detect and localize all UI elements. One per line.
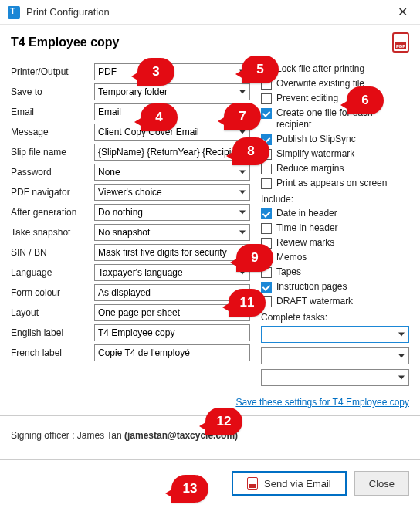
checkbox-date-header[interactable]: [261, 208, 272, 219]
callout-6: 6: [347, 86, 384, 114]
after-generation-select[interactable]: Do nothing: [94, 204, 250, 221]
language-select[interactable]: Taxpayer's language: [94, 264, 250, 281]
callout-9: 9: [236, 244, 273, 272]
label-memos: Memos: [276, 252, 307, 263]
close-button[interactable]: Close: [354, 471, 409, 496]
label-lock-file: Lock file after printing: [276, 63, 364, 75]
label-english-label: English label: [11, 327, 94, 338]
close-icon[interactable]: ✕: [393, 5, 412, 19]
label-after-generation: After generation: [11, 207, 94, 218]
save-to-select[interactable]: Temporary folder: [94, 83, 250, 100]
callout-3: 3: [137, 58, 174, 86]
app-icon: [8, 6, 20, 19]
checkbox-instruction-pages[interactable]: [261, 282, 272, 293]
include-title: Include:: [261, 194, 409, 205]
french-label-input[interactable]: Copie T4 de l'employé: [94, 344, 250, 361]
label-publish-slipsync: Publish to SlipSync: [276, 134, 356, 145]
label-printer-output: Printer/Output: [11, 66, 94, 77]
label-french-label: French label: [11, 347, 94, 358]
window-title: Print Configuration: [26, 6, 393, 18]
password-select[interactable]: None: [94, 164, 250, 181]
complete-task-select-2[interactable]: [261, 347, 409, 364]
label-sin-bn: SIN / BN: [11, 247, 94, 258]
label-message: Message: [11, 127, 94, 137]
checkbox-time-header[interactable]: [261, 223, 272, 234]
label-review-marks: Review marks: [276, 237, 334, 249]
callout-7: 7: [224, 103, 261, 130]
label-instruction-pages: Instruction pages: [276, 281, 347, 293]
take-snapshot-select[interactable]: No snapshot: [94, 224, 250, 241]
complete-tasks-title: Complete tasks:: [261, 312, 409, 323]
callout-12: 12: [205, 408, 242, 435]
pdf-navigator-select[interactable]: Viewer's choice: [94, 184, 250, 201]
label-layout: Layout: [11, 307, 94, 318]
complete-task-select-1[interactable]: [261, 326, 409, 343]
label-pdf-navigator: PDF navigator: [11, 187, 94, 198]
pdf-badge-icon: [392, 32, 409, 53]
checkbox-print-as-screen[interactable]: [261, 178, 272, 189]
divider-2: [0, 459, 420, 460]
checkbox-prevent-editing[interactable]: [261, 93, 272, 104]
label-language: Language: [11, 267, 94, 278]
label-save-to: Save to: [11, 86, 94, 97]
label-overwrite: Overwrite existing file: [276, 78, 364, 90]
checkbox-reduce-margins[interactable]: [261, 164, 272, 174]
form-colour-select[interactable]: As displayed: [94, 284, 250, 301]
label-date-header: Date in header: [276, 208, 337, 219]
complete-task-select-3[interactable]: [261, 369, 409, 386]
label-time-header: Time in header: [276, 222, 338, 234]
callout-5: 5: [242, 56, 279, 83]
label-form-colour: Form colour: [11, 287, 94, 298]
label-password: Password: [11, 167, 94, 178]
callout-13: 13: [171, 475, 208, 503]
checkbox-one-per-recipient[interactable]: [261, 108, 272, 119]
titlebar: Print Configuration ✕: [0, 0, 420, 25]
label-simplify-watermark: Simplify watermark: [276, 148, 354, 160]
label-prevent-editing: Prevent editing: [276, 93, 338, 104]
label-tapes: Tapes: [276, 266, 301, 278]
sin-bn-select[interactable]: Mask first five digits for security: [94, 244, 250, 261]
callout-4: 4: [141, 103, 178, 131]
page-title: T4 Employee copy: [11, 36, 392, 49]
save-settings-link[interactable]: Save these settings for T4 Employee copy: [11, 397, 409, 408]
label-draft-watermark: DRAFT watermark: [276, 296, 353, 307]
label-one-per-recipient: Create one file for each recipient: [276, 107, 409, 130]
label-email: Email: [11, 107, 94, 117]
callout-11: 11: [229, 289, 266, 317]
pdf-icon: [247, 477, 258, 490]
label-slip-file-name: Slip file name: [11, 147, 94, 158]
callout-8: 8: [232, 137, 269, 165]
label-reduce-margins: Reduce margins: [276, 163, 344, 174]
english-label-input[interactable]: T4 Employee copy: [94, 324, 250, 341]
label-take-snapshot: Take snapshot: [11, 227, 94, 238]
send-via-email-button[interactable]: Send via Email: [232, 471, 347, 496]
label-print-as-screen: Print as appears on screen: [276, 178, 387, 189]
